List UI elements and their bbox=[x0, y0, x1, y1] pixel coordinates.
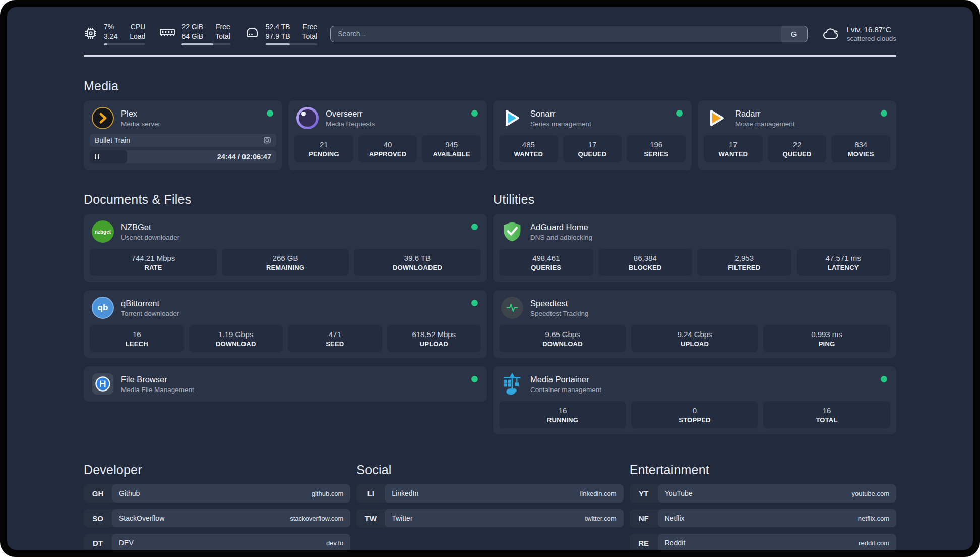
pause-icon[interactable] bbox=[95, 154, 99, 159]
sonarr-subtitle: Series management bbox=[530, 120, 591, 128]
plex-time-display: 24:44 / 02:06:47 bbox=[217, 153, 271, 161]
cpu-values: 7%3.24 bbox=[104, 22, 117, 40]
stat-ping: 0.993 msPING bbox=[763, 325, 890, 352]
bookmark-tag: RE bbox=[630, 534, 658, 550]
speedtest-subtitle: Speedtest Tracking bbox=[530, 310, 589, 317]
radarr-icon bbox=[706, 107, 728, 129]
top-bar: 7%3.24 CPULoad bbox=[84, 19, 896, 48]
stat-leech: 16LEECH bbox=[90, 325, 184, 352]
disk-values: 52.4 TB97.9 TB bbox=[266, 22, 290, 40]
stat-running: 16RUNNING bbox=[499, 401, 626, 428]
bookmark-column-entertainment: Entertainment YT YouTubeyoutube.com NF N… bbox=[630, 441, 896, 550]
bookmark-tag: GH bbox=[84, 484, 112, 503]
cpu-icon bbox=[84, 26, 98, 40]
bookmark-stackoverflow[interactable]: SO StackOverflowstackoverflow.com bbox=[84, 509, 350, 527]
nzbget-title: NZBGet bbox=[121, 222, 179, 232]
plex-seek-bar[interactable]: 24:44 / 02:06:47 bbox=[90, 150, 276, 163]
bookmark-url: github.com bbox=[312, 490, 344, 497]
cpu-labels: CPULoad bbox=[130, 22, 145, 40]
weather-location-temp: Lviv, 16.87°C bbox=[847, 25, 896, 34]
bookmark-tag: TW bbox=[356, 509, 385, 527]
radarr-title: Radarr bbox=[735, 109, 795, 119]
window-frame: 7%3.24 CPULoad bbox=[0, 0, 980, 557]
filebrowser-card[interactable]: File Browser Media File Management bbox=[84, 366, 487, 402]
sonarr-card[interactable]: Sonarr Series management 485WANTED 17QUE… bbox=[493, 100, 692, 170]
qbittorrent-title: qBittorrent bbox=[121, 299, 179, 308]
section-title-developer: Developer bbox=[84, 463, 350, 477]
bookmark-name: Netflix bbox=[665, 514, 685, 522]
bookmark-column-developer: Developer GH Githubgithub.com SO StackOv… bbox=[84, 441, 350, 550]
bookmark-github[interactable]: GH Githubgithub.com bbox=[84, 484, 350, 503]
stat-queued: 17QUEUED bbox=[563, 135, 622, 162]
weather-widget: Lviv, 16.87°C scattered clouds bbox=[821, 25, 896, 42]
section-title-entertainment: Entertainment bbox=[630, 463, 896, 477]
qbittorrent-card[interactable]: qb qBittorrent Torrent downloader 16LEEC… bbox=[84, 290, 487, 358]
bookmark-twitter[interactable]: TW Twittertwitter.com bbox=[356, 509, 623, 527]
stat-remaining: 266 GBREMAINING bbox=[222, 249, 349, 276]
plex-status-dot bbox=[267, 110, 273, 117]
stat-downloaded: 39.6 TBDOWNLOADED bbox=[354, 249, 481, 276]
portainer-icon bbox=[501, 373, 523, 395]
nzbget-subtitle: Usenet downloader bbox=[121, 234, 179, 241]
plex-title: Plex bbox=[121, 109, 160, 119]
bookmark-name: Twitter bbox=[392, 514, 412, 522]
ram-labels: FreeTotal bbox=[215, 22, 230, 40]
bookmark-tag: YT bbox=[630, 484, 658, 503]
adguard-card[interactable]: AdGuard Home DNS and adblocking 498,461Q… bbox=[493, 214, 896, 282]
bookmark-name: YouTube bbox=[665, 489, 693, 497]
bookmark-url: dev.to bbox=[326, 539, 343, 547]
cpu-progress-bar bbox=[104, 43, 145, 45]
overseerr-subtitle: Media Requests bbox=[326, 120, 375, 128]
stat-seed: 471SEED bbox=[288, 325, 382, 352]
radarr-status-dot bbox=[881, 110, 887, 117]
ram-stat-group: 22 GiB64 GiB FreeTotal bbox=[159, 22, 230, 45]
overseerr-status-dot bbox=[471, 110, 478, 117]
portainer-title: Media Portainer bbox=[530, 375, 601, 384]
plex-now-playing: Bullet Train bbox=[90, 134, 276, 147]
qbittorrent-subtitle: Torrent downloader bbox=[121, 310, 179, 317]
bookmark-dev[interactable]: DT DEVdev.to bbox=[84, 534, 350, 550]
bookmark-name: Reddit bbox=[665, 539, 685, 547]
stat-blocked: 86,384BLOCKED bbox=[598, 249, 693, 276]
speedtest-icon bbox=[501, 297, 523, 319]
dashboard: 7%3.24 CPULoad bbox=[7, 7, 973, 550]
stat-wanted: 17WANTED bbox=[704, 135, 763, 162]
bookmark-youtube[interactable]: YT YouTubeyoutube.com bbox=[630, 484, 896, 503]
overseerr-title: Overseerr bbox=[326, 109, 375, 119]
cpu-stat-group: 7%3.24 CPULoad bbox=[84, 22, 145, 45]
bookmark-name: Github bbox=[119, 489, 140, 497]
nzbget-card[interactable]: nzbget NZBGet Usenet downloader 744.21 M… bbox=[84, 214, 487, 282]
disk-stat-group: 52.4 TB97.9 TB FreeTotal bbox=[244, 22, 317, 45]
search-input[interactable] bbox=[331, 26, 781, 42]
filebrowser-status-dot bbox=[471, 376, 478, 382]
portainer-subtitle: Container management bbox=[530, 386, 601, 394]
plex-card[interactable]: Plex Media server Bullet Train bbox=[84, 100, 282, 170]
bookmark-url: youtube.com bbox=[852, 490, 889, 497]
bookmark-linkedin[interactable]: LI LinkedInlinkedin.com bbox=[356, 484, 623, 503]
stat-download: 9.65 GbpsDOWNLOAD bbox=[499, 325, 626, 352]
stat-pending: 21PENDING bbox=[294, 135, 353, 162]
nzbget-status-dot bbox=[471, 224, 478, 230]
stat-wanted: 485WANTED bbox=[499, 135, 558, 162]
qbittorrent-icon: qb bbox=[92, 297, 114, 319]
bookmark-tag: SO bbox=[84, 509, 112, 527]
sonarr-title: Sonarr bbox=[530, 109, 591, 119]
speedtest-card[interactable]: Speedtest Speedtest Tracking 9.65 GbpsDO… bbox=[493, 290, 896, 358]
bookmark-url: twitter.com bbox=[585, 515, 617, 522]
overseerr-card[interactable]: Overseerr Media Requests 21PENDING 40APP… bbox=[288, 100, 487, 170]
qbittorrent-status-dot bbox=[471, 300, 478, 306]
system-stats: 7%3.24 CPULoad bbox=[84, 22, 317, 45]
camera-icon[interactable] bbox=[263, 136, 271, 144]
bookmark-reddit[interactable]: RE Redditreddit.com bbox=[630, 534, 896, 550]
cloud-icon bbox=[821, 26, 841, 41]
ram-icon bbox=[159, 26, 175, 39]
disk-icon bbox=[244, 26, 260, 39]
plex-icon bbox=[92, 107, 114, 129]
search-engine-button[interactable]: G bbox=[781, 26, 807, 42]
speedtest-title: Speedtest bbox=[530, 299, 589, 308]
stat-download: 1.19 GbpsDOWNLOAD bbox=[189, 325, 283, 352]
radarr-card[interactable]: Radarr Movie management 17WANTED 22QUEUE… bbox=[698, 100, 896, 170]
bookmark-netflix[interactable]: NF Netflixnetflix.com bbox=[630, 509, 896, 527]
portainer-card[interactable]: Media Portainer Container management 16R… bbox=[493, 366, 896, 434]
sonarr-icon bbox=[501, 107, 523, 129]
